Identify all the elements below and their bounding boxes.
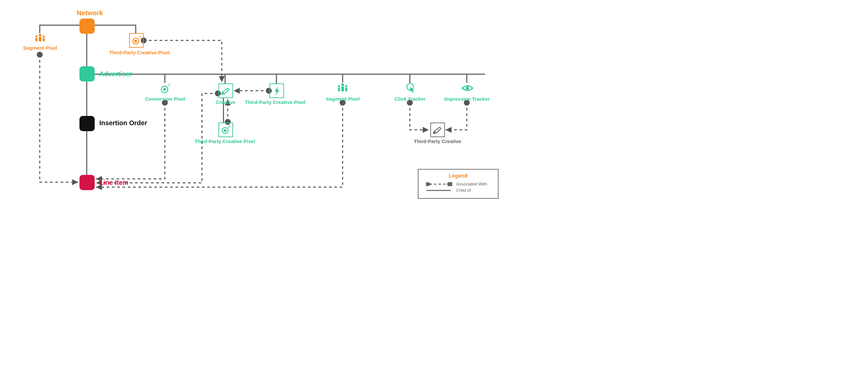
third-party-creative-box xyxy=(430,123,445,137)
target-icon xyxy=(131,35,142,46)
svg-point-14 xyxy=(43,35,45,37)
legend-child-row: Child of xyxy=(425,188,491,193)
segment-pixel-net-label: Segment Pixel xyxy=(23,45,57,51)
svg-rect-11 xyxy=(39,37,41,41)
creative-box xyxy=(218,84,233,98)
third-party-creative-label: Third-Party Creative xyxy=(414,139,461,144)
target-icon xyxy=(160,83,171,94)
svg-point-12 xyxy=(35,35,37,37)
svg-point-24 xyxy=(345,85,347,87)
legend-associated-row: Associated With xyxy=(425,182,491,186)
insertion-order-node xyxy=(80,116,95,131)
tpcp-adv-label: Third-Party Creative Pixel xyxy=(245,99,306,105)
conversion-pixel-label: Conversion Pixel xyxy=(145,96,185,102)
advertiser-node xyxy=(80,66,95,82)
svg-rect-13 xyxy=(35,38,37,41)
svg-rect-25 xyxy=(345,87,347,91)
tpcp-net-box xyxy=(129,33,144,48)
dashed-line-icon xyxy=(425,182,452,186)
megaphone-icon xyxy=(220,86,231,96)
svg-point-10 xyxy=(39,34,41,36)
legend-box: Legend Associated With Child of xyxy=(418,169,499,199)
segment-pixel-adv-label: Segment Pixel xyxy=(326,96,360,102)
solid-line-icon xyxy=(425,188,452,192)
svg-point-19 xyxy=(163,88,165,90)
creative-label: Creative xyxy=(216,99,236,105)
svg-rect-15 xyxy=(43,38,45,41)
people-icon xyxy=(34,33,46,43)
insertion-order-label: Insertion Order xyxy=(99,119,147,127)
eye-icon xyxy=(461,84,474,93)
tpcp-creative-box xyxy=(218,123,233,137)
svg-point-29 xyxy=(224,129,226,131)
target-icon xyxy=(220,125,231,135)
click-icon xyxy=(405,82,416,93)
line-item-label: Line Item xyxy=(99,179,128,186)
svg-point-17 xyxy=(135,40,137,42)
line-item-node xyxy=(80,175,95,190)
legend-associated-label: Associated With xyxy=(456,182,487,186)
network-node xyxy=(80,19,95,34)
tpcp-net-label: Third-Party Creative Pixel xyxy=(109,50,170,55)
click-tracker-label: Click Tracker xyxy=(395,96,425,102)
legend-title: Legend xyxy=(425,173,491,179)
megaphone-icon xyxy=(432,125,443,135)
svg-rect-23 xyxy=(338,87,340,91)
svg-point-22 xyxy=(338,85,340,87)
tpcp-adv-box xyxy=(270,84,284,98)
impression-tracker-label: Impression Tracker xyxy=(444,96,490,102)
bolt-icon xyxy=(272,86,282,96)
advertiser-label: Advertiser xyxy=(99,70,132,78)
svg-point-27 xyxy=(466,87,469,90)
legend-child-label: Child of xyxy=(456,188,471,193)
network-label: Network xyxy=(77,9,103,17)
diagram-canvas: Network Advertiser Insertion Order Line … xyxy=(0,0,513,232)
people-icon xyxy=(337,83,348,93)
svg-point-20 xyxy=(341,84,344,86)
svg-rect-21 xyxy=(341,87,344,91)
tpcp-creative-label: Third-Party Creative Pixel xyxy=(195,139,255,144)
